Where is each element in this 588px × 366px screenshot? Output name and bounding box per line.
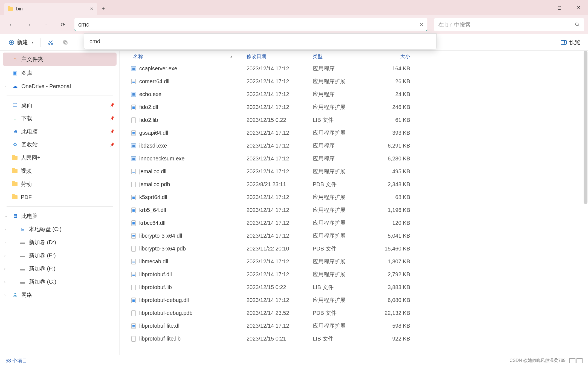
file-row[interactable]: k5sprt64.dll2023/12/14 17:12应用程序扩展68 KB [120,191,588,204]
sidebar-disk-g[interactable]: › 新加卷 (G:) [0,275,119,288]
minimize-button[interactable]: — [531,0,550,15]
clear-address-icon[interactable]: ✕ [419,22,424,28]
sidebar-network[interactable]: › 🖧 网络 [0,288,119,301]
expand-icon[interactable]: › [4,240,5,244]
sidebar-disk-e[interactable]: › 新加卷 (E:) [0,249,119,262]
sidebar-home[interactable]: ⌂ 主文件夹 [3,53,117,66]
pin-icon[interactable]: 📌 [110,129,114,134]
sidebar-folder-laodong[interactable]: 劳动 [0,177,119,191]
tab-bin[interactable]: bin ✕ [4,3,97,15]
view-mode-icons [569,358,583,363]
file-type: PDB 文件 [310,245,367,252]
file-row[interactable]: libcrypto-3-x64.dll2023/12/14 17:12应用程序扩… [120,229,588,242]
file-row[interactable]: jemalloc.dll2023/12/14 17:12应用程序扩展495 KB [120,165,588,178]
collapse-icon[interactable]: ⌄ [4,214,7,218]
file-date: 2023/12/14 17:12 [244,233,310,239]
file-row[interactable]: echo.exe2023/12/14 17:12应用程序24 KB [120,88,588,101]
file-size: 120 KB [367,220,413,226]
file-list[interactable]: ccapiserver.exe2023/12/14 17:12应用程序164 K… [120,62,588,355]
sidebar-pictures[interactable]: ▣ 图库 [0,67,119,80]
sidebar-disk-d[interactable]: › 新加卷 (D:) [0,236,119,249]
file-row[interactable]: libprotobuf-lite.dll2023/12/14 17:12应用程序… [120,319,588,332]
file-row[interactable]: libcrypto-3-x64.pdb2023/11/22 20:10PDB 文… [120,242,588,255]
file-row[interactable]: innochecksum.exe2023/12/14 17:12应用程序6,28… [120,152,588,165]
new-tab-button[interactable]: + [97,3,109,15]
up-button[interactable]: ↑ [38,18,53,31]
col-type[interactable]: 类型 [310,53,367,60]
sidebar-desktop[interactable]: 🖵 桌面 📌 [0,99,119,112]
sidebar-disk-f[interactable]: › 新加卷 (F:) [0,262,119,275]
file-row[interactable]: jemalloc.pdb2023/8/21 23:11PDB 文件2,348 K… [120,178,588,191]
disk-icon [20,282,25,284]
cut-button[interactable] [44,36,57,48]
file-name: ccapiserver.exe [139,65,177,72]
preview-button[interactable]: 预览 [558,39,583,46]
new-button[interactable]: 新建 ▾ [5,36,37,48]
file-row[interactable]: libprotobuf-debug.dll2023/12/14 17:12应用程… [120,294,588,307]
sidebar-folder-video[interactable]: 视频 [0,164,119,177]
expand-icon[interactable]: › [4,227,5,231]
file-type: 应用程序扩展 [310,194,367,201]
suggestion-item[interactable]: cmd [84,34,436,49]
expand-icon[interactable]: › [4,280,5,284]
file-icon [131,297,137,303]
file-date: 2023/12/14 17:12 [244,130,310,136]
close-button[interactable]: ✕ [569,0,588,15]
view-grid-icon[interactable] [577,358,583,363]
expand-icon[interactable]: › [4,84,5,88]
folder-icon [12,156,18,160]
file-row[interactable]: comerr64.dll2023/12/14 17:12应用程序扩展26 KB [120,75,588,88]
sidebar-folder-renmin[interactable]: 人民网+ [0,151,119,164]
sidebar-disk-c[interactable]: › ⊟ 本地磁盘 (C:) [0,223,119,236]
file-name: krb5_64.dll [139,207,166,213]
pin-icon[interactable]: 📌 [110,142,114,147]
file-type: 应用程序扩展 [310,232,367,240]
col-name[interactable]: 名称▲ [131,53,244,60]
col-size[interactable]: 大小 [367,53,413,60]
file-row[interactable]: libprotobuf-lite.lib2023/12/15 0:21LIB 文… [120,332,588,345]
tab-close-icon[interactable]: ✕ [90,6,93,11]
expand-icon[interactable]: › [4,253,5,258]
file-icon [131,272,137,278]
pc-icon: 🖥 [12,214,18,218]
sidebar-thispc-pin[interactable]: 🖥 此电脑 📌 [0,125,119,138]
sidebar-folder-pdf[interactable]: PDF [0,191,119,204]
file-row[interactable]: fido2.lib2023/12/15 0:22LIB 文件61 KB [120,114,588,126]
file-row[interactable]: libprotobuf.dll2023/12/14 17:12应用程序扩展2,7… [120,268,588,281]
refresh-button[interactable]: ⟳ [56,18,71,31]
file-row[interactable]: libprotobuf.lib2023/12/15 0:22LIB 文件3,88… [120,281,588,294]
disk-icon [20,256,25,257]
file-row[interactable]: ccapiserver.exe2023/12/14 17:12应用程序164 K… [120,62,588,75]
sidebar-recycle[interactable]: ♻ 回收站 📌 [0,138,119,151]
file-date: 2023/12/14 17:12 [244,78,310,85]
back-button[interactable]: ← [4,18,19,31]
file-date: 2023/12/14 17:12 [244,220,310,226]
file-date: 2023/12/14 23:52 [244,310,310,316]
maximize-button[interactable]: ▢ [550,0,569,15]
sidebar-downloads[interactable]: ↓ 下载 📌 [0,112,119,125]
copy-button[interactable] [59,36,72,48]
pin-icon[interactable]: 📌 [110,103,114,107]
file-name: libmecab.dll [139,258,168,265]
view-list-icon[interactable] [569,358,575,363]
expand-icon[interactable]: › [4,293,5,297]
pin-icon[interactable]: 📌 [110,116,114,120]
search-input[interactable]: 在 bin 中搜索 [434,18,584,31]
search-icon[interactable] [575,22,580,27]
file-row[interactable]: ibd2sdi.exe2023/12/14 17:12应用程序6,291 KB [120,139,588,152]
expand-icon[interactable]: › [4,267,5,271]
file-row[interactable]: fido2.dll2023/12/14 17:12应用程序扩展246 KB [120,101,588,114]
scrollbar[interactable] [584,51,587,204]
file-row[interactable]: libprotobuf-debug.pdb2023/12/14 23:52PDB… [120,307,588,319]
file-date: 2023/12/14 17:12 [244,194,310,200]
file-row[interactable]: krb5_64.dll2023/12/14 17:12应用程序扩展1,196 K… [120,204,588,217]
sidebar-onedrive[interactable]: › ☁ OneDrive - Personal [0,80,119,93]
file-row[interactable]: krbcc64.dll2023/12/14 17:12应用程序扩展120 KB [120,217,588,229]
sidebar-thispc[interactable]: ⌄ 🖥 此电脑 [0,209,119,223]
forward-button[interactable]: → [21,18,36,31]
address-input[interactable]: cmd ✕ [74,18,427,31]
col-date[interactable]: 修改日期 [244,53,310,60]
file-size: 164 KB [367,65,413,72]
file-row[interactable]: gssapi64.dll2023/12/14 17:12应用程序扩展393 KB [120,126,588,139]
file-row[interactable]: libmecab.dll2023/12/14 17:12应用程序扩展1,807 … [120,255,588,268]
